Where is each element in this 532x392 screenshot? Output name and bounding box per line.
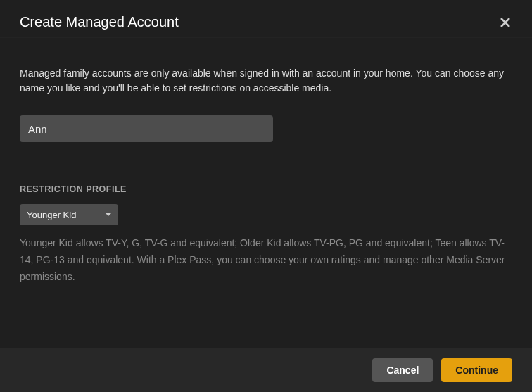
restriction-profile-label: RESTRICTION PROFILE (20, 184, 512, 194)
dialog-title: Create Managed Account (20, 14, 179, 30)
dialog-header: Create Managed Account (0, 0, 532, 38)
dialog-content: Managed family accounts are only availab… (0, 38, 532, 348)
restriction-profile-select[interactable]: Younger Kid (20, 204, 118, 225)
name-input[interactable] (20, 115, 273, 142)
continue-button[interactable]: Continue (441, 358, 512, 382)
description-text: Managed family accounts are only availab… (20, 66, 512, 96)
cancel-button[interactable]: Cancel (372, 358, 433, 382)
restriction-help-text: Younger Kid allows TV-Y, G, TV-G and equ… (20, 235, 512, 285)
close-button[interactable] (498, 15, 512, 30)
dialog-footer: Cancel Continue (0, 348, 532, 392)
restriction-profile-select-wrap: Younger Kid (20, 204, 118, 225)
close-icon (500, 18, 510, 27)
